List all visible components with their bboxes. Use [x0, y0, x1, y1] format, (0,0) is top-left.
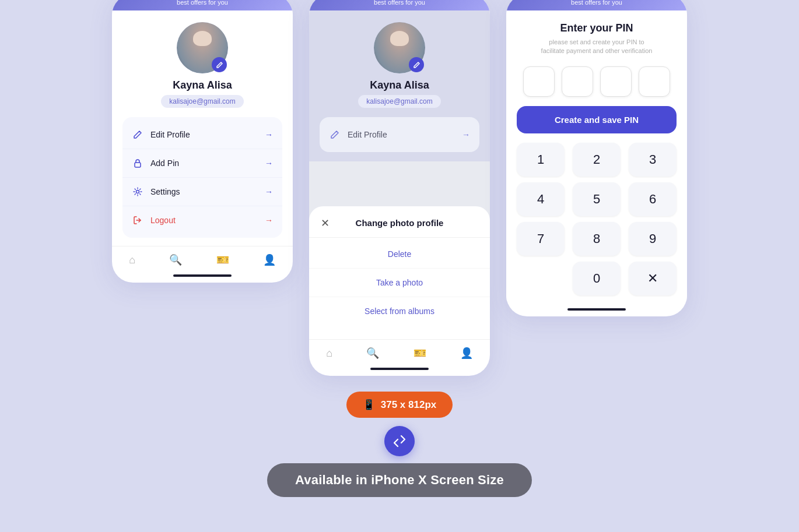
- avatar-wrap-1: [177, 22, 228, 73]
- home-bar-2: [370, 368, 429, 370]
- pin-box-4[interactable]: [639, 66, 670, 97]
- modal-close-button[interactable]: ✕: [321, 217, 330, 230]
- nav-search-icon-2[interactable]: 🔍: [366, 347, 379, 360]
- profile-name-2: Kayna Alisa: [370, 79, 429, 91]
- arrow-pin: →: [265, 158, 273, 168]
- numpad-key-4[interactable]: 4: [517, 182, 565, 216]
- menu-settings[interactable]: Settings →: [122, 178, 282, 206]
- modal-option-take-photo[interactable]: Take a photo: [309, 269, 490, 297]
- nav-ticket-icon-1[interactable]: 🎫: [216, 253, 229, 266]
- modal-header: ✕ Change photo profile: [309, 218, 490, 238]
- numpad-row-4: 0 ✕: [517, 262, 677, 295]
- menu-edit-profile-2: Edit Profile →: [320, 121, 479, 149]
- numpad-key-7[interactable]: 7: [517, 222, 565, 256]
- numpad-key-6[interactable]: 6: [629, 182, 677, 216]
- numpad-row-2: 4 5 6: [517, 182, 677, 216]
- bottom-area: 📱 375 x 812px Available in iPhone X Scre…: [254, 392, 545, 497]
- lock-icon: [132, 157, 143, 169]
- menu-list-1: Edit Profile → Add Pin →: [122, 117, 282, 238]
- arrow-logout: →: [265, 216, 273, 225]
- modal-option-select-albums[interactable]: Select from albums: [309, 297, 490, 325]
- menu-add-pin[interactable]: Add Pin →: [122, 149, 282, 178]
- pin-title: Enter your PIN: [560, 22, 633, 34]
- profile-name-1: Kayna Alisa: [173, 79, 232, 91]
- banner-text-1: best offers for you: [177, 0, 228, 6]
- numpad-key-9[interactable]: 9: [629, 222, 677, 256]
- banner-3: best offers for you: [506, 0, 687, 10]
- numpad-key-5[interactable]: 5: [573, 182, 621, 216]
- pin-box-3[interactable]: [600, 66, 632, 97]
- banner-text-2: best offers for you: [374, 0, 425, 6]
- nav-profile-icon-2[interactable]: 👤: [460, 347, 473, 360]
- nav-ticket-icon-2[interactable]: 🎫: [413, 347, 426, 360]
- arrow-edit-2: →: [462, 130, 470, 139]
- phone-icon: 📱: [363, 399, 375, 411]
- svg-point-1: [136, 191, 139, 193]
- menu-logout[interactable]: Logout →: [122, 206, 282, 234]
- svg-rect-0: [135, 163, 141, 167]
- numpad-row-3: 7 8 9: [517, 222, 677, 256]
- banner-1: best offers for you: [112, 0, 293, 10]
- nav-profile-icon-1[interactable]: 👤: [263, 253, 276, 266]
- pin-box-2[interactable]: [562, 66, 593, 97]
- profile-email-1: kalisajoe@gmail.com: [161, 95, 244, 108]
- menu-label-logout: Logout: [150, 216, 176, 225]
- change-photo-modal: ✕ Change photo profile Delete Take a pho…: [309, 206, 490, 331]
- pin-input-boxes: [523, 66, 670, 97]
- numpad-key-3[interactable]: 3: [629, 143, 677, 177]
- size-label: 375 x 812px: [381, 399, 436, 411]
- numpad-key-1[interactable]: 1: [517, 143, 565, 177]
- menu-edit-profile[interactable]: Edit Profile →: [122, 121, 282, 149]
- avatar-wrap-2: [374, 22, 425, 73]
- numpad-key-empty: [517, 262, 565, 295]
- home-bar-3: [567, 308, 626, 311]
- pin-subtitle: please set and create your PIN to facili…: [538, 38, 655, 56]
- phone-1: best offers for you Kayna Alisa kalisajo…: [112, 0, 293, 283]
- iphone-label: Available in iPhone X Screen Size: [267, 463, 532, 497]
- menu-label-settings: Settings: [150, 187, 180, 196]
- modal-title: Change photo profile: [356, 218, 444, 228]
- avatar-edit-button-2[interactable]: [409, 57, 424, 72]
- menu-label-pin: Add Pin: [150, 158, 179, 168]
- zoom-button[interactable]: [384, 426, 415, 456]
- numpad-key-8[interactable]: 8: [573, 222, 621, 256]
- banner-2: best offers for you: [309, 0, 490, 10]
- nav-search-icon-1[interactable]: 🔍: [169, 253, 182, 266]
- create-save-pin-button[interactable]: Create and save PIN: [517, 106, 677, 133]
- bottom-nav-1: ⌂ 🔍 🎫 👤: [112, 246, 293, 271]
- arrow-edit: →: [265, 130, 273, 139]
- avatar-edit-button-1[interactable]: [212, 57, 227, 72]
- banner-text-3: best offers for you: [571, 0, 622, 6]
- menu-label-edit-2: Edit Profile: [348, 130, 387, 139]
- edit-icon: [132, 129, 143, 140]
- phone-2: best offers for you Kayna Alisa kalisajo…: [309, 0, 490, 376]
- pin-box-1[interactable]: [523, 66, 555, 97]
- menu-label-edit: Edit Profile: [150, 130, 190, 139]
- numpad-key-delete[interactable]: ✕: [629, 262, 677, 295]
- numpad-key-2[interactable]: 2: [573, 143, 621, 177]
- arrow-settings: →: [265, 187, 273, 196]
- numpad: 1 2 3 4 5 6 7 8 9 0 ✕: [517, 143, 677, 301]
- logout-icon: [132, 214, 143, 226]
- edit-icon-2: [329, 129, 341, 140]
- bottom-nav-2: ⌂ 🔍 🎫 👤: [309, 339, 490, 364]
- home-bar-1: [173, 274, 232, 277]
- size-badge: 📱 375 x 812px: [346, 392, 453, 418]
- nav-home-icon-1[interactable]: ⌂: [129, 254, 135, 266]
- phone-3: best offers for you Enter your PIN pleas…: [506, 0, 687, 316]
- nav-home-icon-2[interactable]: ⌂: [326, 347, 332, 360]
- profile-email-2: kalisajoe@gmail.com: [358, 95, 441, 108]
- gear-icon: [132, 186, 143, 198]
- numpad-row-1: 1 2 3: [517, 143, 677, 177]
- numpad-key-0[interactable]: 0: [573, 262, 621, 295]
- modal-option-delete[interactable]: Delete: [309, 240, 490, 269]
